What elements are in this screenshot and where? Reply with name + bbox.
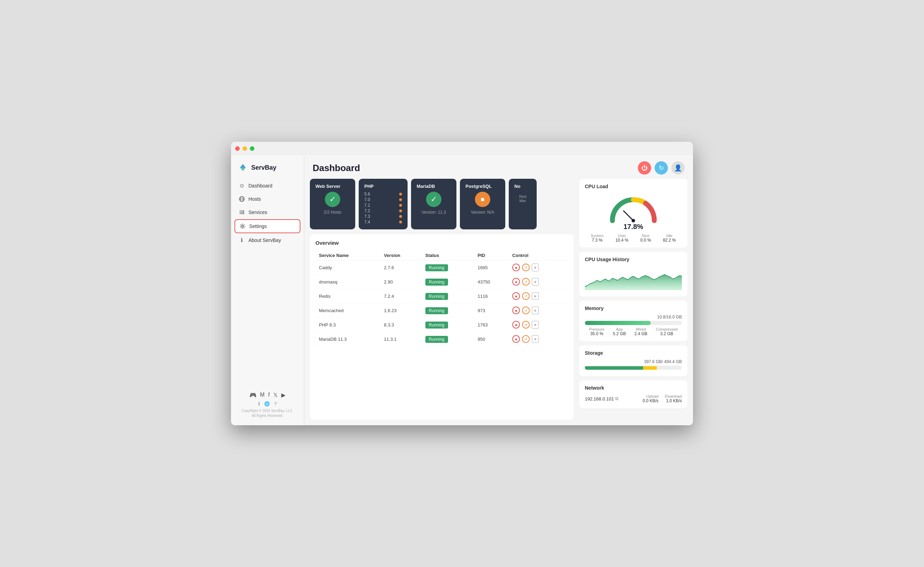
memory-bar	[585, 321, 651, 325]
network-ip-container: 192.168.0.101 ⧉	[585, 396, 618, 402]
nice-value: 0.0 %	[640, 238, 651, 243]
copy-icon[interactable]: ⧉	[615, 396, 618, 402]
restart-button[interactable]: ↺	[522, 321, 530, 329]
compressed-value: 3.2 GB	[660, 331, 673, 336]
stop-button[interactable]: ■	[512, 307, 520, 314]
cell-pid: 1665	[474, 260, 509, 275]
svg-line-7	[624, 211, 633, 221]
service-card-php[interactable]: PHP 5.6 7.0 7.1 7.2 7.3 7.4	[359, 179, 408, 229]
refresh-button[interactable]: ↻	[655, 161, 668, 174]
sidebar-footer: 🎮 M f 𝕏 ▶ ℹ 🌐 ? CopyRight © 2024 ServBay…	[231, 388, 304, 421]
youtube-icon[interactable]: ▶	[281, 392, 285, 399]
cell-pid: 1116	[474, 289, 509, 304]
discord-icon[interactable]: 🎮	[249, 392, 256, 399]
cell-status: Running	[422, 332, 474, 346]
service-card-mariadb[interactable]: MariaDB ✓ Version: 11.3	[411, 179, 456, 229]
memory-bar-container	[585, 321, 682, 325]
log-button[interactable]: ≡	[532, 307, 539, 314]
stop-button[interactable]: ■	[512, 292, 520, 300]
sidebar-label-settings: Settings	[249, 223, 267, 229]
cpu-history-card: CPU Usage History	[579, 252, 687, 296]
sidebar-label-hosts: Hosts	[249, 196, 261, 202]
restart-button[interactable]: ↺	[522, 278, 530, 286]
cell-status: Running	[422, 318, 474, 332]
network-card: Network 192.168.0.101 ⧉ Upload 0.0 KB/s	[579, 380, 687, 408]
cell-status: Running	[422, 275, 474, 289]
user-button[interactable]: 👤	[671, 161, 685, 174]
postgresql-title: PostgreSQL	[465, 183, 492, 189]
restart-button[interactable]: ↺	[522, 292, 530, 300]
log-button[interactable]: ≡	[532, 278, 539, 286]
webserver-subtitle: 2/2 Hosts	[324, 210, 342, 215]
php-versions-list: 5.6 7.0 7.1 7.2 7.3 7.4	[364, 192, 402, 224]
sidebar-item-about[interactable]: ℹ About ServBay	[234, 234, 300, 247]
idle-label: Idle	[666, 233, 672, 238]
pressure-label: Pressure	[589, 327, 604, 331]
servbay-logo-icon	[237, 162, 249, 173]
minimize-button[interactable]	[243, 146, 247, 151]
cell-service-name: MariaDB 11.3	[315, 332, 380, 346]
globe-link[interactable]: 🌐	[264, 401, 270, 406]
header-actions: ⏻ ↻ 👤	[638, 161, 685, 174]
no-title: No	[514, 183, 520, 189]
webserver-status-icon: ✓	[325, 192, 340, 207]
left-panel: Web Server ✓ 2/2 Hosts PHP 5.6 7.0	[310, 179, 574, 420]
x-icon[interactable]: 𝕏	[273, 392, 278, 399]
cell-service-name: Redis	[315, 289, 380, 304]
php-version-73: 7.3	[364, 214, 402, 219]
cpu-gauge-value: 17.8%	[624, 223, 644, 231]
medium-icon[interactable]: M	[260, 392, 264, 399]
cpu-history-title: CPU Usage History	[585, 257, 682, 262]
mariadb-title: MariaDB	[417, 183, 435, 189]
postgresql-status-icon: ■	[475, 192, 490, 207]
php-version-56: 5.6	[364, 192, 402, 197]
cell-version: 11.3.1	[380, 332, 422, 346]
close-button[interactable]	[235, 146, 240, 151]
power-button[interactable]: ⏻	[638, 161, 651, 174]
cell-status: Running	[422, 304, 474, 318]
info-link[interactable]: ℹ	[258, 401, 260, 406]
cpu-gauge-svg	[605, 193, 661, 224]
col-service-name: Service Name	[315, 251, 380, 260]
restart-button[interactable]: ↺	[522, 263, 530, 271]
webserver-title: Web Server	[315, 183, 340, 189]
cpu-stat-user: User 10.4 %	[615, 233, 628, 243]
table-row: MariaDB 11.3 11.3.1 Running 950 ■ ↺ ≡	[315, 332, 568, 346]
log-button[interactable]: ≡	[532, 321, 539, 329]
cell-control: ■ ↺ ≡	[509, 260, 568, 275]
cell-service-name: PHP 8.3	[315, 318, 380, 332]
copyright-text: CopyRight © 2024 ServBay, LLC. All Right…	[234, 409, 300, 418]
cell-pid: 973	[474, 304, 509, 318]
cell-version: 7.2.4	[380, 289, 422, 304]
sidebar-item-services[interactable]: Services	[234, 206, 300, 218]
download-label: Download	[665, 394, 682, 399]
app-name: ServBay	[251, 164, 276, 171]
stop-button[interactable]: ■	[512, 335, 520, 343]
log-button[interactable]: ≡	[532, 335, 539, 343]
main-header: Dashboard ⏻ ↻ 👤	[304, 155, 693, 179]
fullscreen-button[interactable]	[250, 146, 254, 151]
app-value: 5.2 GB	[613, 331, 626, 336]
app-body: ServBay ⊙ Dashboard Hosts	[231, 155, 693, 425]
cpu-load-card: CPU Load	[579, 179, 687, 248]
log-button[interactable]: ≡	[532, 292, 539, 300]
sidebar-item-dashboard[interactable]: ⊙ Dashboard	[234, 179, 300, 192]
service-card-postgresql[interactable]: PostgreSQL ■ Version: N/A	[460, 179, 505, 229]
stop-button[interactable]: ■	[512, 278, 520, 286]
facebook-icon[interactable]: f	[268, 392, 269, 399]
stop-button[interactable]: ■	[512, 321, 520, 329]
service-card-no[interactable]: No RedMer	[509, 179, 537, 229]
svg-point-6	[242, 226, 243, 227]
app-window: ServBay ⊙ Dashboard Hosts	[231, 142, 693, 425]
restart-button[interactable]: ↺	[522, 307, 530, 314]
sidebar-item-hosts[interactable]: Hosts	[234, 193, 300, 205]
php-title: PHP	[364, 183, 374, 189]
stop-button[interactable]: ■	[512, 263, 520, 271]
service-card-webserver[interactable]: Web Server ✓ 2/2 Hosts	[310, 179, 355, 229]
log-button[interactable]: ≡	[532, 263, 539, 271]
status-badge: Running	[425, 307, 448, 314]
col-status: Status	[422, 251, 474, 260]
restart-button[interactable]: ↺	[522, 335, 530, 343]
help-link[interactable]: ?	[274, 401, 276, 406]
sidebar-item-settings[interactable]: Settings	[234, 219, 300, 233]
